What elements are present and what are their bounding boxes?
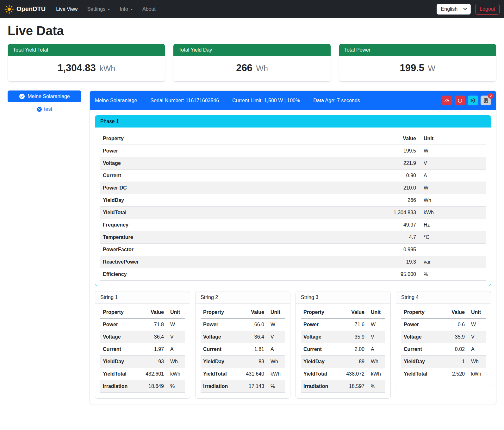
brand-label: OpenDTU: [16, 5, 46, 13]
column-header-value: Value: [383, 133, 419, 145]
card-body: 1,304.83 kWh: [8, 56, 165, 81]
table-row: Current 1.81 A: [201, 343, 285, 356]
value-cell: 71.6: [341, 319, 367, 331]
brand[interactable]: OpenDTU: [4, 4, 46, 14]
property-cell: Irradiation: [301, 380, 341, 393]
table-row: Voltage 221.9 V: [100, 157, 486, 170]
table-head: Property Value Unit: [201, 306, 285, 319]
gauge-icon: [444, 97, 450, 103]
property-cell: YieldTotal: [301, 368, 341, 380]
property-cell: Voltage: [401, 331, 441, 343]
column-header-property: Property: [301, 306, 341, 319]
value-cell: 89: [341, 356, 367, 368]
value-cell: 35.9: [341, 331, 367, 343]
unit-cell: Hz: [419, 219, 486, 231]
table-row: Power 0.6 W: [401, 319, 486, 331]
summary-card-total-power: Total Power 199.5 W: [339, 44, 496, 82]
device-info-button[interactable]: [468, 96, 478, 105]
table-row: YieldTotal 432.601 kWh: [100, 368, 185, 380]
string-card-1: String 1 Property Value Unit: [95, 291, 190, 399]
property-cell: YieldTotal: [201, 368, 241, 380]
table-row: YieldDay 89 Wh: [301, 356, 385, 368]
nav-item-about[interactable]: About: [138, 4, 160, 15]
strings-row: String 1 Property Value Unit: [95, 291, 491, 399]
table-row: Power DC 210.0 W: [100, 182, 486, 194]
inverter-select-button[interactable]: Meine Solaranlage: [8, 90, 81, 102]
unit-cell: W: [267, 319, 285, 331]
table-row: ReactivePower 19.3 var: [100, 256, 486, 268]
table-row: YieldTotal 2.520 kWh: [401, 368, 486, 380]
table-row: Voltage 35.9 V: [401, 331, 486, 343]
unit-cell: kWh: [367, 368, 385, 380]
column-header-value: Value: [241, 306, 267, 319]
column-header-property: Property: [401, 306, 441, 319]
unit-cell: %: [419, 268, 486, 281]
table-row: YieldDay 1 Wh: [401, 356, 486, 368]
value-cell: 83: [241, 356, 267, 368]
event-log-button[interactable]: 2: [481, 96, 491, 105]
check-circle-icon: [19, 93, 25, 99]
string-1-table: Property Value Unit Power: [100, 306, 185, 393]
string-body: Property Value Unit Power: [396, 304, 491, 386]
unit-cell: W: [419, 182, 486, 194]
logout-button[interactable]: Logout: [475, 4, 500, 15]
unit-cell: Wh: [467, 356, 486, 368]
phase-table-body: Power 199.5 W Voltage 221.9 V: [100, 145, 486, 281]
value-cell: 95.000: [383, 268, 419, 281]
property-cell: YieldDay: [100, 194, 383, 207]
page-content: Live Data Total Yield Total 1,304.83 kWh…: [0, 18, 504, 414]
table-row: YieldTotal 431.640 kWh: [201, 368, 285, 380]
property-cell: Power DC: [100, 182, 383, 194]
table-row: YieldDay 83 Wh: [201, 356, 285, 368]
table-row: Power 71.8 W: [100, 319, 185, 331]
unit-cell: V: [166, 331, 185, 343]
summary-card-total-yield-day: Total Yield Day 266 Wh: [173, 44, 331, 82]
page-title: Live Data: [8, 24, 496, 38]
unit-cell: °C: [419, 231, 486, 244]
table-row: YieldTotal 1,304.833 kWh: [100, 207, 486, 219]
string-3-table: Property Value Unit Power: [301, 306, 385, 393]
limit-settings-button[interactable]: [442, 96, 452, 105]
table-row: Efficiency 95.000 %: [100, 268, 486, 281]
power-toggle-button[interactable]: [455, 96, 465, 105]
total-yield-day-unit: Wh: [256, 64, 268, 73]
string-card-2: String 2 Property Value Unit: [195, 291, 290, 399]
table-row: Current 1.97 A: [100, 343, 185, 356]
value-cell: 199.5: [383, 145, 419, 157]
total-yield-total-value: 1,304.83: [58, 62, 96, 73]
value-cell: 1.81: [241, 343, 267, 356]
total-power-unit: W: [428, 64, 436, 73]
inverter-limit: Current Limit: 1,500 W | 100%: [232, 98, 300, 103]
property-cell: YieldTotal: [100, 368, 140, 380]
property-cell: Current: [401, 343, 441, 356]
string-card-3: String 3 Property Value Unit: [296, 291, 391, 399]
unit-cell: Wh: [267, 356, 285, 368]
property-cell: Efficiency: [100, 268, 383, 281]
nav-item-live-view[interactable]: Live View: [51, 4, 82, 15]
value-cell: 438.072: [341, 368, 367, 380]
value-cell: 0.995: [383, 244, 419, 256]
table-row: Current 0.90 A: [100, 170, 486, 182]
unit-cell: A: [166, 343, 185, 356]
value-cell: 17.143: [241, 380, 267, 393]
string-4-table: Property Value Unit Power: [401, 306, 486, 380]
inverter-panel-body: Phase 1 Property Value Unit: [90, 110, 496, 404]
test-link[interactable]: test: [37, 106, 52, 112]
property-cell: ReactivePower: [100, 256, 383, 268]
column-header-unit: Unit: [267, 306, 285, 319]
table-row: Irradiation 17.143 %: [201, 380, 285, 393]
unit-cell: var: [419, 256, 486, 268]
value-cell: 221.9: [383, 157, 419, 170]
table-row: Current 2.00 A: [301, 343, 385, 356]
value-cell: 2.00: [341, 343, 367, 356]
unit-cell: %: [267, 380, 285, 393]
nav-item-info[interactable]: Info: [115, 4, 138, 15]
phase-body: Property Value Unit Power: [95, 128, 491, 286]
unit-cell: kWh: [267, 368, 285, 380]
string-table-body: Power 71.8 W Voltage 36.4 V: [100, 319, 185, 393]
table-row: Power 66.0 W: [201, 319, 285, 331]
property-cell: Current: [301, 343, 341, 356]
nav-item-settings[interactable]: Settings: [82, 4, 115, 15]
card-header: Total Yield Total: [8, 44, 165, 56]
language-select[interactable]: English: [437, 4, 471, 15]
